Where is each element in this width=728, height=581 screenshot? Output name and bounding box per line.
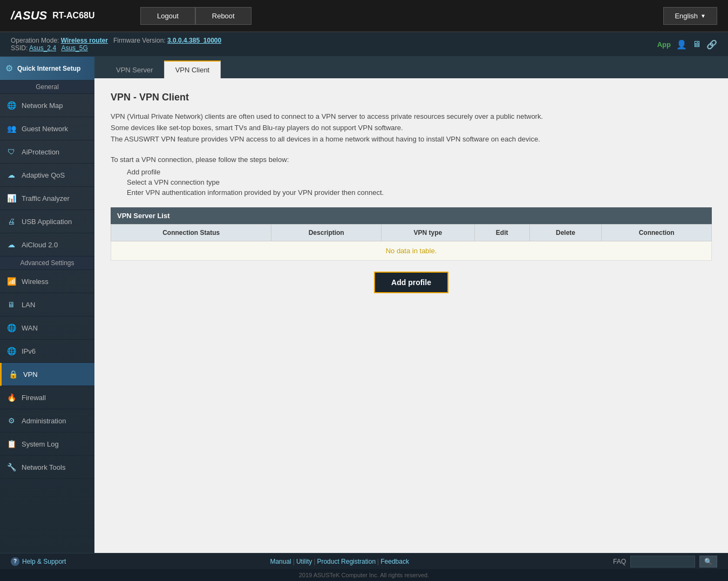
- usb-application-label: USB Application: [22, 218, 72, 226]
- sidebar-item-vpn[interactable]: 🔒 VPN: [0, 363, 94, 386]
- col-description: Description: [271, 225, 382, 241]
- guest-network-icon: 👥: [5, 123, 17, 134]
- firewall-label: Firewall: [22, 394, 46, 402]
- network-tools-label: Network Tools: [22, 463, 65, 471]
- sep1: |: [293, 558, 295, 565]
- operation-mode-value: Wireless router: [61, 37, 108, 44]
- quick-internet-setup[interactable]: ⚙ Quick Internet Setup: [0, 57, 94, 80]
- no-data-row: No data in table.: [111, 241, 712, 261]
- tab-vpn-server-label: VPN Server: [116, 66, 153, 74]
- add-profile-button[interactable]: Add profile: [374, 272, 448, 293]
- step-2-text: Select a VPN connection type: [127, 178, 220, 186]
- reboot-button[interactable]: Reboot: [195, 7, 251, 25]
- firmware-label: Firmware Version:: [113, 37, 166, 44]
- aicloud-label: AiCloud 2.0: [22, 241, 58, 249]
- guest-network-label: Guest Network: [22, 125, 68, 133]
- wireless-icon: 📶: [5, 275, 17, 287]
- general-section-header: General: [0, 80, 94, 94]
- top-bar: /ASUS RT-AC68U Logout Reboot English ▼: [0, 0, 728, 32]
- vpn-label: VPN: [23, 370, 38, 379]
- steps-list: Add profile Select a VPN connection type…: [111, 168, 712, 197]
- language-selector[interactable]: English ▼: [663, 7, 717, 25]
- desc-line1: VPN (Virtual Private Network) clients ar…: [111, 112, 543, 120]
- tab-vpn-server[interactable]: VPN Server: [105, 60, 164, 78]
- sidebar-item-aicloud[interactable]: ☁ AiCloud 2.0: [0, 233, 94, 256]
- faq-label: FAQ: [613, 558, 626, 565]
- sidebar-item-wireless[interactable]: 📶 Wireless: [0, 270, 94, 293]
- wan-icon: 🌐: [5, 322, 17, 334]
- sidebar-item-system-log[interactable]: 📋 System Log: [0, 433, 94, 456]
- administration-label: Administration: [22, 417, 66, 425]
- sidebar-item-network-tools[interactable]: 🔧 Network Tools: [0, 456, 94, 479]
- sidebar-item-administration[interactable]: ⚙ Administration: [0, 409, 94, 433]
- ssid-label: SSID:: [11, 44, 28, 52]
- sidebar-item-adaptive-qos[interactable]: ☁ Adaptive QoS: [0, 164, 94, 187]
- sidebar-item-lan[interactable]: 🖥 LAN: [0, 293, 94, 316]
- tab-vpn-client-label: VPN Client: [175, 66, 210, 74]
- tabs-bar: VPN Server VPN Client: [94, 57, 728, 78]
- ipv6-label: IPv6: [22, 347, 36, 355]
- desc-line2: Some devices like set-top boxes, smart T…: [111, 124, 403, 132]
- sidebar-item-usb-application[interactable]: 🖨 USB Application: [0, 210, 94, 233]
- desc-line3: The ASUSWRT VPN feature provides VPN acc…: [111, 135, 540, 143]
- footer-links: Manual | Utility | Product Registration …: [270, 558, 409, 565]
- ssid-24[interactable]: Asus_2.4: [29, 44, 56, 52]
- footer-help: ? Help & Support: [11, 557, 66, 566]
- main-content: VPN - VPN Client VPN (Virtual Private Ne…: [94, 78, 728, 553]
- product-registration-link[interactable]: Product Registration: [317, 558, 376, 565]
- col-edit: Edit: [474, 225, 529, 241]
- setup-icon: ⚙: [5, 63, 13, 73]
- step-3-text: Enter VPN authentication information pro…: [127, 188, 384, 197]
- aiprotection-label: AiProtection: [22, 148, 59, 156]
- footer-faq: FAQ 🔍: [613, 556, 717, 568]
- page-title: VPN - VPN Client: [111, 92, 712, 103]
- network-tools-icon: 🔧: [5, 461, 17, 473]
- chevron-down-icon: ▼: [700, 13, 706, 19]
- wan-label: WAN: [22, 324, 38, 332]
- sidebar-item-ipv6[interactable]: 🌐 IPv6: [0, 340, 94, 363]
- faq-search-button[interactable]: 🔍: [699, 556, 717, 568]
- monitor-icon[interactable]: 🖥: [692, 39, 701, 49]
- system-log-icon: 📋: [5, 438, 17, 450]
- aicloud-icon: ☁: [5, 239, 17, 251]
- share-icon[interactable]: 🔗: [706, 39, 717, 50]
- feedback-link[interactable]: Feedback: [380, 558, 409, 565]
- app-label: App: [657, 40, 671, 49]
- model-name: RT-AC68U: [52, 11, 94, 21]
- sidebar: ⚙ Quick Internet Setup General 🌐 Network…: [0, 57, 94, 553]
- ssid-5g[interactable]: Asus_5G: [61, 44, 87, 52]
- copyright-text: 2019 ASUSTeK Computer Inc. All rights re…: [299, 572, 430, 578]
- body-wrapper: Operation Mode: Wireless router Firmware…: [0, 32, 728, 581]
- sidebar-item-wan[interactable]: 🌐 WAN: [0, 316, 94, 340]
- user-icon[interactable]: 👤: [676, 39, 687, 50]
- traffic-analyzer-icon: 📊: [5, 192, 17, 204]
- adaptive-qos-label: Adaptive QoS: [22, 171, 65, 179]
- copyright-bar: 2019 ASUSTeK Computer Inc. All rights re…: [0, 569, 728, 581]
- info-bar: Operation Mode: Wireless router Firmware…: [0, 32, 728, 57]
- adaptive-qos-icon: ☁: [5, 169, 17, 181]
- usb-application-icon: 🖨: [5, 215, 17, 227]
- sidebar-item-traffic-analyzer[interactable]: 📊 Traffic Analyzer: [0, 187, 94, 210]
- traffic-analyzer-label: Traffic Analyzer: [22, 194, 70, 202]
- tab-vpn-client[interactable]: VPN Client: [164, 60, 221, 78]
- sidebar-item-firewall[interactable]: 🔥 Firewall: [0, 386, 94, 409]
- lan-label: LAN: [22, 301, 35, 309]
- info-bar-left: Operation Mode: Wireless router Firmware…: [11, 37, 221, 52]
- manual-link[interactable]: Manual: [270, 558, 291, 565]
- ipv6-icon: 🌐: [5, 345, 17, 357]
- vpn-server-list-header: VPN Server List: [111, 207, 712, 224]
- sidebar-item-guest-network[interactable]: 👥 Guest Network: [0, 117, 94, 140]
- faq-search-input[interactable]: [630, 556, 695, 568]
- steps-section: To start a VPN connection, please follow…: [111, 156, 712, 197]
- sep3: |: [377, 558, 379, 565]
- utility-link[interactable]: Utility: [296, 558, 312, 565]
- sidebar-item-network-map[interactable]: 🌐 Network Map: [0, 94, 94, 117]
- network-map-icon: 🌐: [5, 99, 17, 111]
- advanced-section-header: Advanced Settings: [0, 256, 94, 270]
- steps-intro: To start a VPN connection, please follow…: [111, 156, 712, 164]
- sidebar-item-aiprotection[interactable]: 🛡 AiProtection: [0, 140, 94, 164]
- vpn-icon: 🔒: [7, 368, 19, 380]
- lan-icon: 🖥: [5, 299, 17, 310]
- page-description: VPN (Virtual Private Network) clients ar…: [111, 111, 712, 145]
- logout-button[interactable]: Logout: [140, 7, 195, 25]
